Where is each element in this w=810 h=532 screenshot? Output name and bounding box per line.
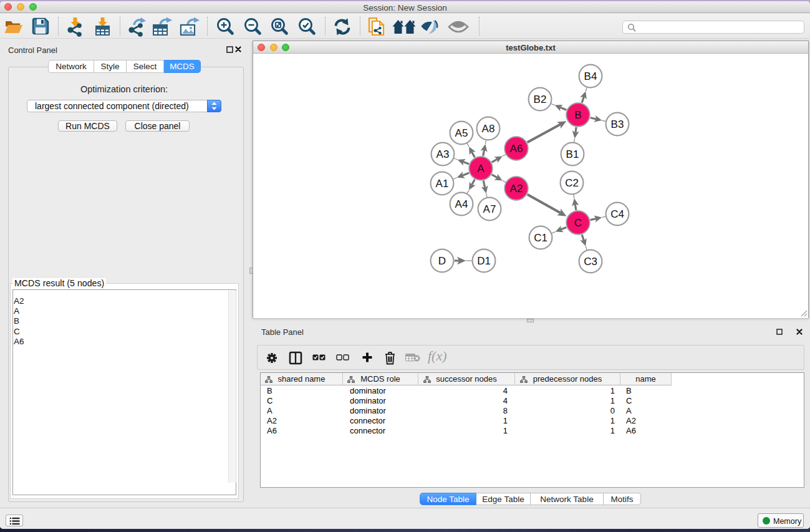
svg-text:A8: A8	[482, 123, 495, 135]
svg-text:B: B	[574, 109, 581, 121]
svg-text:B3: B3	[611, 118, 624, 130]
svg-text:A1: A1	[436, 178, 449, 190]
svg-text:A4: A4	[455, 198, 468, 210]
svg-text:A3: A3	[436, 148, 450, 160]
svg-text:A: A	[477, 163, 485, 175]
svg-text:C2: C2	[565, 177, 579, 189]
svg-text:A5: A5	[455, 127, 468, 139]
svg-text:A7: A7	[483, 203, 496, 215]
svg-text:D: D	[438, 255, 446, 267]
svg-text:C1: C1	[534, 232, 547, 244]
svg-text:D1: D1	[477, 255, 491, 267]
svg-text:B2: B2	[534, 94, 547, 105]
svg-text:A6: A6	[510, 143, 523, 155]
svg-text:B4: B4	[584, 70, 597, 82]
svg-text:C4: C4	[610, 208, 624, 220]
svg-text:A2: A2	[510, 183, 523, 195]
svg-text:C: C	[574, 217, 582, 229]
svg-text:C3: C3	[584, 256, 597, 268]
svg-text:B1: B1	[566, 148, 579, 160]
